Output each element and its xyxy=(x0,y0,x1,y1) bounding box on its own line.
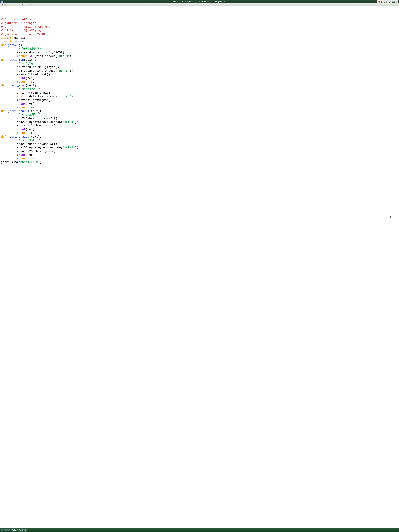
taskbar-app-icon[interactable] xyxy=(7,529,10,532)
code-line[interactable]: res=sha256.hexdigest() xyxy=(1,150,398,153)
ime-punct[interactable]: •, xyxy=(383,1,385,3)
code-line[interactable]: def jiami_sha256(text): xyxy=(1,135,398,139)
code-token-text xyxy=(1,106,17,109)
code-token-text xyxy=(6,84,8,87)
code-token-text: (res).encode( xyxy=(34,55,57,58)
code-line[interactable]: sha1=hashlib.sha1() xyxy=(1,91,398,95)
code-token-text: jiami_md5( xyxy=(1,161,19,164)
code-line[interactable]: sha224.update(text.encode('utf-8')) xyxy=(1,120,398,124)
menubar: File Edit Format Run Options Window Help xyxy=(0,3,399,6)
code-token-text xyxy=(27,55,29,58)
code-token-text: md5=hashlib.md5(jiayan()) xyxy=(1,66,61,69)
code-token-keyword: return xyxy=(17,106,27,109)
ime-emoji-icon[interactable]: ☺ xyxy=(386,1,388,3)
menu-help[interactable]: Help xyxy=(37,4,41,6)
menu-file[interactable]: File xyxy=(1,4,4,6)
code-line[interactable]: print(res) xyxy=(1,76,398,80)
start-button[interactable] xyxy=(0,529,3,532)
code-line[interactable]: res=sha224.hexdigest() xyxy=(1,124,398,128)
code-token-text: sha1=hashlib.sha1() xyxy=(1,91,50,95)
code-token-def: jiami_md5 xyxy=(8,58,24,62)
menu-run[interactable]: Run xyxy=(17,4,20,6)
code-line[interactable]: def jiami_sha1(text): xyxy=(1,84,398,88)
code-line[interactable]: def jiami_md5(text): xyxy=(1,58,398,62)
code-line[interactable]: sha224=hashlib.sha224() xyxy=(1,117,398,120)
code-token-text: (res) xyxy=(26,77,34,80)
code-line[interactable]: '''shaq加密''' xyxy=(1,87,398,91)
code-line[interactable]: #_*_ coding:utf-8 _*_ xyxy=(1,18,398,22)
code-token-def: jiami_sha1 xyxy=(8,84,26,87)
code-line[interactable]: return res xyxy=(1,157,398,161)
code-token-text xyxy=(6,109,8,113)
code-line[interactable]: import random xyxy=(1,40,398,44)
code-token-text xyxy=(1,157,17,160)
code-token-text xyxy=(1,102,17,106)
code-token-text: res=random.randint(1,10000) xyxy=(1,51,64,54)
ime-logo-icon[interactable]: S xyxy=(378,1,380,3)
code-line[interactable]: return res xyxy=(1,131,398,135)
code-line[interactable]: # @File : ${NAME}.py xyxy=(1,29,398,32)
code-token-text: sha224=hashlib.sha224() xyxy=(1,117,57,120)
code-line[interactable]: print(res) xyxy=(1,128,398,131)
code-token-builtin: str xyxy=(29,55,34,58)
titlebar[interactable]: *haslib——md5加密练习.py - C:\Documents and S… xyxy=(0,0,399,3)
code-token-keyword: def xyxy=(1,84,6,87)
menu-options[interactable]: Options xyxy=(22,4,27,6)
code-token-string: '''shaq加密''' xyxy=(17,88,40,91)
code-token-text: (text): xyxy=(29,109,41,113)
code-token-text xyxy=(1,55,17,58)
menu-edit[interactable]: Edit xyxy=(5,4,8,6)
code-line[interactable]: import hashlib xyxy=(1,36,398,40)
menu-format[interactable]: Format xyxy=(10,4,15,6)
code-line[interactable]: def jiayan(): xyxy=(1,44,398,47)
ime-keyboard-icon[interactable]: ⌨ xyxy=(392,1,395,3)
ime-settings-icon[interactable]: ⚙ xyxy=(396,1,398,3)
code-line[interactable]: '''随机加盐数字''' xyxy=(1,47,398,51)
code-token-comment: #_*_ coding:utf-8 _*_ xyxy=(1,18,38,21)
code-line[interactable]: res=md5.hexdigest() xyxy=(1,73,398,76)
code-token-text xyxy=(1,139,17,142)
code-editor[interactable]: I #_*_ coding:utf-8 _*_# @author : chenj… xyxy=(0,6,399,528)
menu-window[interactable]: Window xyxy=(29,4,35,6)
code-token-builtin: print xyxy=(17,128,26,131)
taskbar-item[interactable]: Python网络数据采集 xyxy=(11,529,28,532)
code-token-text: res=sha256.hexdigest() xyxy=(1,150,56,153)
code-token-def: jiami_sha256 xyxy=(8,135,29,139)
code-token-builtin: print xyxy=(17,77,26,80)
code-line[interactable]: '''md5加密''' xyxy=(1,62,398,66)
code-line[interactable]: sha1.update(text.encode('utf-8')) xyxy=(1,95,398,98)
code-token-string: '''md5加密''' xyxy=(17,62,38,65)
code-line[interactable]: '''shaq加密''' xyxy=(1,139,398,142)
code-line[interactable]: md5.update(text.encode('utf-8')) xyxy=(1,69,398,73)
code-line[interactable]: print(res) xyxy=(1,153,398,157)
code-line[interactable]: '''shaq加密''' xyxy=(1,113,398,117)
code-token-text xyxy=(1,153,17,157)
code-token-text: res=sha1.hexdigest() xyxy=(1,99,52,102)
ime-voice-icon[interactable]: 🎤 xyxy=(388,1,391,3)
code-token-text: sha256.update(text.encode( xyxy=(1,146,63,149)
code-token-text xyxy=(1,113,17,116)
code-token-text: res=md5.hexdigest() xyxy=(1,73,50,76)
code-line[interactable]: return str(res).encode('utf-8') xyxy=(1,55,398,58)
code-line[interactable]: sha256.update(text.encode('utf-8')) xyxy=(1,146,398,150)
code-token-comment: # @time : ${DATE} ${TIME} xyxy=(1,25,50,29)
code-line[interactable]: res=sha1.hexdigest() xyxy=(1,98,398,102)
code-line[interactable]: sha256=hashlib.sha256() xyxy=(1,142,398,146)
code-token-text: res=sha224.hexdigest() xyxy=(1,124,56,127)
code-line[interactable]: return res xyxy=(1,106,398,109)
code-line[interactable]: def jiami_sha224(text): xyxy=(1,109,398,113)
code-line[interactable]: return res xyxy=(1,80,398,84)
code-line[interactable]: res=random.randint(1,10000) xyxy=(1,51,398,55)
ime-lang[interactable]: 中 xyxy=(380,1,383,3)
code-line[interactable]: # @author : chenjin xyxy=(1,22,398,25)
code-line[interactable]: # @weixin : chenjin706487 xyxy=(1,32,398,36)
code-token-text: ) xyxy=(70,55,71,58)
taskbar[interactable]: Python网络数据采集 xyxy=(0,528,399,532)
taskbar-ie-icon[interactable] xyxy=(4,529,7,532)
code-line[interactable]: md5=hashlib.md5(jiayan()) xyxy=(1,65,398,69)
code-line[interactable]: print(res) xyxy=(1,102,398,106)
ime-toolbar[interactable]: S 中 •, ☺ 🎤 ⌨ ⚙ xyxy=(377,0,399,3)
code-line[interactable]: jiami_md5('chenjin123') xyxy=(1,160,398,164)
code-line[interactable]: # @time : ${DATE} ${TIME} xyxy=(1,25,398,29)
code-token-def: jiayan xyxy=(8,44,19,47)
